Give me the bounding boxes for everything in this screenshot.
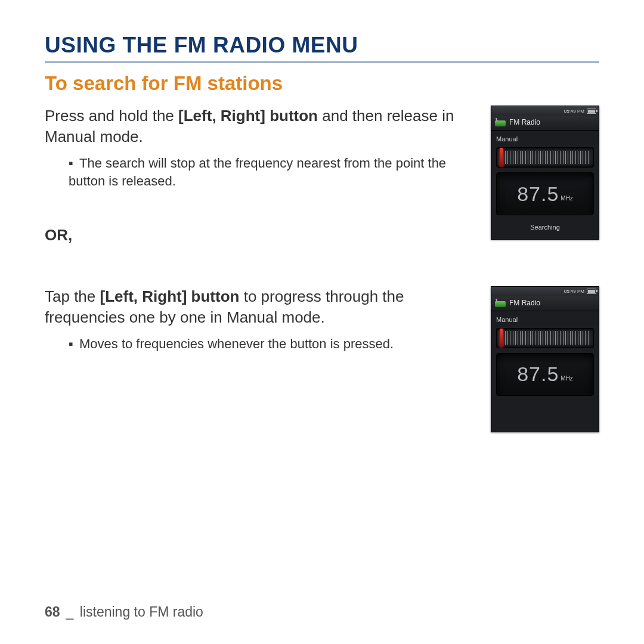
frequency-display: 87.5 MHz [496,172,594,215]
tuning-dial [496,328,594,348]
bullet-icon: ▪ [69,154,79,172]
device-time: 05:49 PM [564,109,584,114]
device-mode: Manual [491,131,599,145]
hold-bold-prefix: [ [178,107,184,125]
frequency-value: 87.5 [517,182,559,206]
hold-instruction: Press and hold the [Left, Right] button … [45,106,467,147]
tap-bold-prefix: [ [100,287,106,305]
battery-icon [587,109,596,114]
device-time: 05:49 PM [564,289,584,294]
dial-cursor-icon [500,148,503,167]
footer-page-number: 68 [45,604,60,620]
page-footer: 68_ listening to FM radio [45,604,203,620]
section-title: To search for FM stations [45,72,599,95]
radio-icon [495,299,506,307]
device-screenshot-manual: 05:49 PM FM Radio Manual 87.5 MHz [491,286,599,432]
tap-instruction: Tap the [Left, Right] button to progress… [45,286,467,328]
device-screenshot-searching: 05:49 PM FM Radio Manual 87.5 MHz Search… [491,106,599,240]
page-title: USING THE FM RADIO MENU [45,33,599,63]
radio-icon [495,118,506,126]
device-statusbar: 05:49 PM [491,287,599,296]
device-header: FM Radio [491,296,599,311]
footer-text: listening to FM radio [80,604,203,620]
device-statusbar: 05:49 PM [491,106,599,116]
frequency-value: 87.5 [517,363,559,386]
device-mode: Manual [491,311,599,326]
hold-bold: Left, Right] button [184,107,318,125]
or-label: OR, [45,226,467,244]
hold-bullet: ▪The search will stop at the frequency n… [69,154,467,190]
frequency-display: 87.5 MHz [496,353,594,396]
tuning-dial [496,147,594,168]
hold-pre: Press and hold the [45,107,178,125]
frequency-unit: MHz [561,375,573,382]
tap-pre: Tap the [45,287,100,305]
dial-cursor-icon [500,329,503,348]
device-header: FM Radio [491,116,599,131]
battery-icon [587,289,596,294]
instruction-row-tap: Tap the [Left, Right] button to progress… [45,286,599,432]
hold-bullet-text: The search will stop at the frequency ne… [69,156,446,188]
device-status: Searching [491,215,599,239]
frequency-unit: MHz [561,195,573,202]
tap-bullet-text: Moves to frequencies whenever the button… [79,336,394,351]
footer-separator: _ [66,604,74,620]
dial-ticks-icon [505,331,590,344]
instruction-row-hold: Press and hold the [Left, Right] button … [45,106,599,244]
device-app-title: FM Radio [509,118,540,126]
device-status [491,396,599,432]
tap-bullet: ▪Moves to frequencies whenever the butto… [69,335,467,353]
tap-bold: Left, Right] button [105,287,239,305]
device-app-title: FM Radio [509,299,540,307]
bullet-icon: ▪ [69,335,79,353]
dial-ticks-icon [505,151,590,164]
